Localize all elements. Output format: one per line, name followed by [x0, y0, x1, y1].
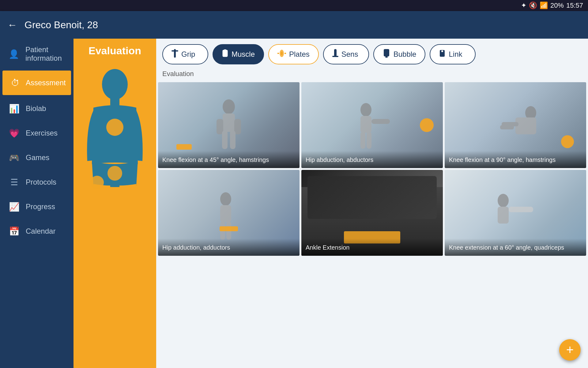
- svg-rect-31: [515, 117, 536, 134]
- evaluation-title: Evaluation: [82, 39, 147, 63]
- sens-label: Sens: [341, 50, 358, 59]
- exercise-card-2[interactable]: Hip abduction, abductors: [301, 82, 443, 168]
- patient-name: Greco Benoit, 28: [24, 19, 98, 31]
- svg-rect-35: [220, 205, 231, 222]
- svg-point-2: [106, 119, 123, 136]
- svg-rect-12: [285, 53, 286, 54]
- exercise-label-1: Knee flexion at a 45° angle, hamstrings: [158, 151, 300, 168]
- muscle-icon: [222, 49, 228, 59]
- svg-rect-8: [224, 49, 226, 51]
- sidebar-label-calendar: Calendar: [26, 227, 55, 236]
- svg-rect-14: [332, 56, 338, 57]
- svg-rect-23: [222, 131, 228, 149]
- svg-point-10: [281, 52, 283, 55]
- protocols-icon: ☰: [9, 177, 20, 188]
- biolab-icon: 📊: [9, 103, 20, 114]
- sidebar-item-exercises[interactable]: 💗 Exercises: [0, 121, 74, 145]
- clock: 15:57: [566, 2, 583, 10]
- left-panel: Evaluation: [74, 39, 156, 368]
- sidebar-item-patient-info[interactable]: 👤 Patient information: [0, 39, 74, 69]
- status-bar: ✦ 🔇 📶 20% 15:57: [0, 0, 588, 11]
- svg-point-18: [441, 50, 443, 52]
- svg-rect-6: [172, 50, 178, 52]
- sidebar-label-progress: Progress: [26, 202, 55, 211]
- exercise-card-4[interactable]: Hip adduction, adductors: [158, 170, 300, 256]
- svg-point-0: [102, 69, 128, 100]
- svg-rect-40: [509, 207, 533, 212]
- exercise-label-5: Ankle Extension: [301, 239, 443, 256]
- svg-rect-20: [223, 113, 235, 132]
- svg-rect-39: [498, 207, 509, 224]
- back-button[interactable]: ←: [7, 19, 17, 31]
- svg-point-19: [223, 99, 235, 114]
- sidebar-item-protocols[interactable]: ☰ Protocols: [0, 170, 74, 194]
- mute-icon: 🔇: [529, 2, 537, 10]
- sidebar-item-calendar[interactable]: 📅 Calendar: [0, 219, 74, 243]
- link-label: Link: [449, 50, 462, 59]
- battery-level: 20%: [550, 2, 564, 10]
- bubble-icon: [383, 49, 390, 59]
- exercise-card-5[interactable]: Ankle Extension: [301, 170, 443, 256]
- exercise-label-3: Knee flexion at a 90° angle, hamstrings: [445, 151, 586, 168]
- exercise-label-4: Hip adduction, adductors: [158, 239, 300, 256]
- sens-icon: [332, 49, 338, 59]
- grip-icon: [172, 49, 178, 59]
- svg-rect-28: [360, 132, 365, 149]
- section-label: Evaluation: [156, 67, 588, 82]
- grip-button[interactable]: Grip: [162, 44, 208, 64]
- svg-point-34: [220, 192, 231, 206]
- exercises-icon: 💗: [9, 128, 20, 139]
- svg-rect-13: [334, 49, 337, 56]
- sidebar-item-biolab[interactable]: 📊 Biolab: [0, 96, 74, 121]
- fab-icon: +: [566, 343, 574, 357]
- svg-rect-29: [367, 132, 371, 149]
- sidebar-label-biolab: Biolab: [26, 104, 46, 113]
- sens-button[interactable]: Sens: [323, 44, 369, 64]
- sidebar-label-patient: Patient information: [25, 45, 65, 63]
- link-button[interactable]: Link: [430, 44, 476, 64]
- main-content: Grip Muscle Plates Sens: [156, 39, 588, 368]
- sidebar-label-assessment: Assessment: [26, 79, 66, 87]
- top-nav: ← Greco Benoit, 28: [0, 11, 588, 39]
- svg-point-38: [498, 194, 509, 207]
- body-figure[interactable]: [81, 63, 149, 368]
- sidebar-label-exercises: Exercises: [26, 129, 58, 137]
- games-icon: 🎮: [9, 152, 20, 163]
- sidebar: 👤 Patient information ⏱ Assessment 📊 Bio…: [0, 39, 74, 368]
- svg-rect-21: [217, 119, 223, 134]
- plates-button[interactable]: Plates: [268, 44, 319, 64]
- plates-icon: [277, 49, 286, 59]
- svg-rect-15: [384, 49, 389, 56]
- plates-label: Plates: [289, 50, 310, 59]
- sidebar-item-assessment[interactable]: ⏱ Assessment: [2, 71, 71, 95]
- exercise-card-6[interactable]: Knee extension at a 60° angle, quadricep…: [445, 170, 586, 256]
- svg-rect-16: [385, 56, 388, 58]
- svg-rect-26: [360, 116, 371, 133]
- sidebar-label-games: Games: [26, 153, 49, 162]
- muscle-button[interactable]: Muscle: [213, 44, 264, 64]
- link-icon: [439, 49, 446, 59]
- sidebar-item-progress[interactable]: 📈 Progress: [0, 194, 74, 219]
- svg-point-4: [90, 176, 104, 189]
- bubble-button[interactable]: Bubble: [373, 44, 426, 64]
- sidebar-label-protocols: Protocols: [26, 178, 56, 186]
- svg-point-3: [107, 166, 122, 181]
- svg-point-25: [360, 103, 371, 117]
- bubble-label: Bubble: [394, 50, 417, 59]
- calendar-icon: 📅: [9, 226, 20, 237]
- muscle-label: Muscle: [232, 50, 255, 59]
- patient-icon: 👤: [9, 48, 19, 59]
- grip-label: Grip: [181, 50, 195, 59]
- svg-rect-22: [234, 119, 241, 134]
- exercise-grid: Knee flexion at a 45° angle, hamstrings …: [156, 82, 588, 258]
- wifi-icon: 📶: [540, 2, 548, 10]
- exercise-card-3[interactable]: Knee flexion at a 90° angle, hamstrings: [445, 82, 586, 168]
- fab-add-button[interactable]: +: [559, 339, 581, 361]
- body-svg: [81, 66, 149, 281]
- exercise-card-1[interactable]: Knee flexion at a 45° angle, hamstrings: [158, 82, 300, 168]
- tools-bar: Grip Muscle Plates Sens: [156, 39, 588, 67]
- sidebar-item-games[interactable]: 🎮 Games: [0, 145, 74, 170]
- svg-rect-33: [500, 125, 514, 129]
- bluetooth-icon: ✦: [521, 2, 526, 10]
- svg-rect-27: [371, 119, 390, 124]
